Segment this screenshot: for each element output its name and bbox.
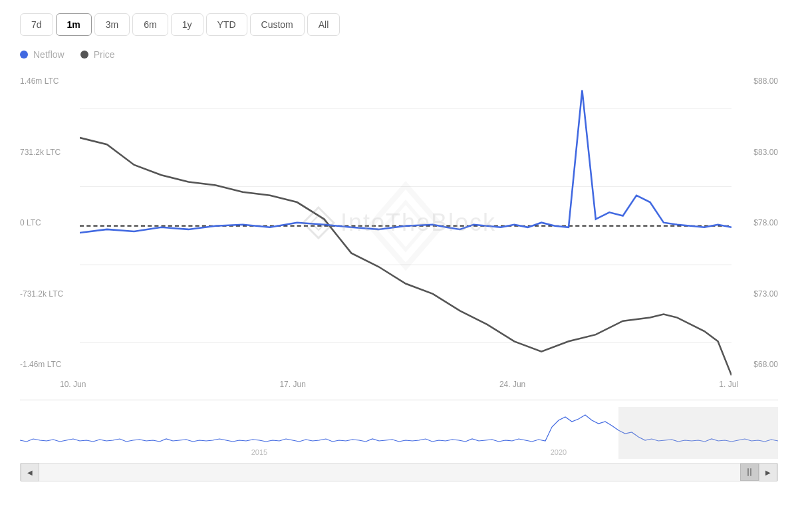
mini-chart-section: 2015 2020 ◀ ▶ [20, 400, 778, 479]
price-line [80, 138, 732, 375]
svg-rect-11 [618, 407, 778, 459]
scroll-right-button[interactable]: ▶ [759, 463, 777, 481]
scroll-track[interactable] [39, 464, 759, 481]
filter-ytd-button[interactable]: YTD [206, 13, 247, 36]
y-label-left-2: 0 LTC [20, 218, 80, 227]
price-legend-dot [80, 51, 88, 59]
price-legend-label: Price [94, 49, 115, 60]
scrollbar: ◀ ▶ [20, 463, 778, 481]
y-label-right-2: $78.00 [732, 218, 778, 227]
y-label-right-1: $83.00 [732, 148, 778, 157]
netflow-legend-dot [20, 51, 28, 59]
filter-1y-button[interactable]: 1y [171, 13, 203, 36]
y-axis-left: 1.46m LTC 731.2k LTC 0 LTC -731.2k LTC -… [20, 70, 80, 376]
chart-area: 1.46m LTC 731.2k LTC 0 LTC -731.2k LTC -… [20, 70, 778, 376]
y-label-right-3: $73.00 [732, 289, 778, 299]
filter-all-button[interactable]: All [307, 13, 340, 36]
y-label-left-1: 731.2k LTC [20, 148, 80, 157]
grip-line-2 [750, 468, 751, 476]
scroll-thumb[interactable] [740, 464, 759, 481]
y-label-right-0: $88.00 [732, 76, 778, 86]
filter-7d-button[interactable]: 7d [20, 13, 53, 36]
main-chart-svg [80, 70, 732, 382]
svg-text:2015: 2015 [251, 448, 267, 456]
price-legend-item: Price [80, 49, 115, 60]
netflow-legend-label: Netflow [33, 49, 65, 60]
chart-legend: Netflow Price [0, 43, 798, 63]
time-filter-bar: 7d 1m 3m 6m 1y YTD Custom All [0, 0, 798, 43]
y-label-left-4: -1.46m LTC [20, 360, 80, 369]
grip-line-1 [747, 468, 749, 476]
netflow-line [80, 90, 732, 233]
y-label-left-3: -731.2k LTC [20, 289, 80, 299]
filter-custom-button[interactable]: Custom [250, 13, 305, 36]
scroll-right-icon: ▶ [765, 469, 771, 476]
netflow-legend-item: Netflow [20, 49, 65, 60]
mini-chart-svg: 2015 2020 [20, 407, 778, 460]
y-label-left-0: 1.46m LTC [20, 76, 80, 86]
filter-1m-button[interactable]: 1m [56, 13, 92, 36]
mini-chart-inner: 2015 2020 [20, 407, 778, 460]
y-axis-right: $88.00 $83.00 $78.00 $73.00 $68.00 [732, 70, 778, 376]
svg-text:2020: 2020 [551, 448, 567, 456]
y-label-right-4: $68.00 [732, 360, 778, 369]
scroll-thumb-grip [747, 468, 751, 476]
filter-3m-button[interactable]: 3m [94, 13, 130, 36]
filter-6m-button[interactable]: 6m [132, 13, 168, 36]
scroll-left-icon: ◀ [27, 469, 33, 476]
scroll-left-button[interactable]: ◀ [21, 463, 39, 481]
main-chart-container: 1.46m LTC 731.2k LTC 0 LTC -731.2k LTC -… [20, 70, 778, 376]
